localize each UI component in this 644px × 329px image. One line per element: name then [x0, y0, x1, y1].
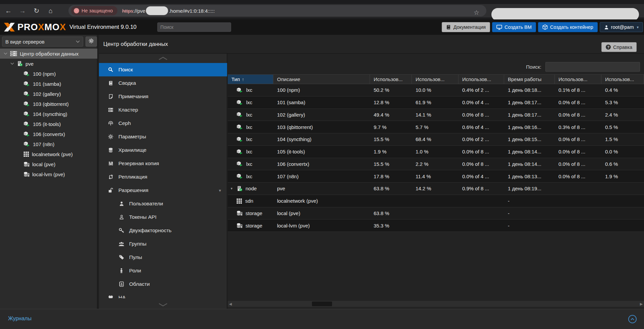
nav-item--[interactable]: Кластер — [99, 103, 227, 117]
nav-item--[interactable]: Группы — [99, 237, 227, 251]
forward-arrow-icon[interactable]: → — [17, 7, 28, 15]
nav-item--[interactable]: Пулы — [99, 251, 227, 264]
table-row-105-it-tools-[interactable]: lxc105 (it-tools)1.9 %1.0 %0.0% of 8 ...… — [228, 146, 644, 158]
nav-item--[interactable]: Области — [99, 277, 227, 291]
tree-item-local-pve-[interactable]: local (pve) — [0, 159, 97, 169]
tree-item-local-lvm-pve-[interactable]: local-lvm (pve) — [0, 169, 97, 179]
tree-item-pve[interactable]: pve — [0, 59, 97, 69]
scrollbar-thumb[interactable] — [312, 302, 332, 306]
nav-item--[interactable]: Репликация — [99, 170, 227, 184]
table-row-106-convertx-[interactable]: lxc106 (convertx)15.5 %2.2 %0.0% of 8 ..… — [228, 158, 644, 171]
row-expander-icon[interactable]: ▼ — [230, 187, 233, 190]
tree-item-label: 106 (convertx) — [33, 131, 65, 137]
table-row-101-samba-[interactable]: lxc101 (samba)12.8 %61.9 %0.0% of 4 ...1… — [228, 96, 644, 109]
nav-item-ha[interactable]: HA — [99, 291, 227, 298]
column-header-5[interactable]: Использов... — [459, 75, 504, 84]
tree-item-105-it-tools-[interactable]: 105 (it-tools) — [0, 119, 97, 129]
table-row-102-gallery-[interactable]: lxc102 (gallery)49.4 %14.1 %0.0% of 8 ..… — [228, 109, 644, 121]
tree-item-106-convertx-[interactable]: 106 (convertx) — [0, 129, 97, 139]
nav-item--[interactable]: Пользователи — [99, 197, 227, 210]
scroll-left-icon[interactable]: ◀ — [228, 302, 233, 306]
tree-item-101-samba-[interactable]: 101 (samba) — [0, 79, 97, 89]
column-header-4[interactable]: Использов... — [412, 75, 459, 84]
column-header-label: Использов... — [462, 76, 491, 82]
header-button-1[interactable]: Документация — [442, 22, 490, 32]
nav-item--[interactable]: Резервная копия — [99, 157, 227, 170]
table-row-107-n8n-[interactable]: lxc107 (n8n)17.8 %11.4 %0.0% of 4 ...1 д… — [228, 170, 644, 183]
proxmox-x-logo-icon — [3, 22, 15, 32]
nav-item--[interactable]: Сводка — [99, 76, 227, 90]
tree-item--[interactable]: Центр обработки данных — [0, 49, 97, 59]
table-row-pve[interactable]: ▼nodepve63.8 %14.2 %0.9% of 8 ...1 день … — [228, 183, 644, 195]
header-button-3[interactable]: Создать контейнер — [538, 22, 598, 32]
type-label: lxc — [246, 124, 252, 130]
table-row-localnetwork-pve-[interactable]: sdnlocalnetwork (pve)- — [228, 195, 644, 207]
column-header-6[interactable]: Время работы — [504, 75, 555, 84]
back-arrow-icon[interactable]: ← — [3, 7, 14, 15]
column-header-1[interactable]: Тип↑ — [228, 75, 273, 84]
table-row-103-qbittorrent-[interactable]: lxc103 (qbittorrent)9.7 %5.7 %0.6% of 4 … — [228, 121, 644, 133]
nav-item--[interactable]: Роли — [99, 264, 227, 277]
nav-item--[interactable]: Примечания — [99, 90, 227, 103]
nav-item--[interactable]: Параметры — [99, 130, 227, 143]
tree-expander-icon[interactable] — [3, 52, 7, 55]
logs-link[interactable]: Журналы — [8, 316, 32, 322]
nav-scroll-down[interactable] — [99, 303, 227, 307]
chevron-down-icon[interactable]: ▾ — [219, 188, 221, 193]
home-icon[interactable]: ⌂ — [45, 7, 56, 15]
search-icon — [107, 67, 114, 72]
tree-item-label: 104 (syncthing) — [33, 111, 67, 117]
nav-item--[interactable]: Хранилище — [99, 143, 227, 157]
nav-item--[interactable]: Поиск — [99, 63, 227, 76]
column-header-2[interactable]: Описание — [273, 75, 370, 84]
column-header-label: Использов... — [605, 76, 634, 82]
global-search-input[interactable] — [157, 22, 231, 32]
lxc-icon — [236, 124, 243, 130]
reload-icon[interactable]: ↻ — [31, 7, 42, 15]
scroll-right-icon[interactable]: ▶ — [639, 302, 644, 306]
users-icon — [118, 241, 125, 247]
tree-item-107-n8n-[interactable]: 107 (n8n) — [0, 139, 97, 149]
cell-7: 2.4 % — [601, 109, 644, 121]
header-button-2[interactable]: Создать ВМ — [492, 22, 536, 32]
tree-settings-button[interactable] — [86, 37, 97, 47]
nav-item-ceph[interactable]: Ceph — [99, 117, 227, 130]
cell-1: 105 (it-tools) — [273, 146, 370, 158]
cell-3: 68.4 % — [412, 133, 459, 145]
tree-item-102-gallery-[interactable]: 102 (gallery) — [0, 89, 97, 99]
bookmark-star-icon[interactable]: ☆ — [474, 9, 479, 16]
help-button[interactable]: ? Справка — [601, 42, 637, 52]
table-row-local-pve-[interactable]: storagelocal (pve)63.8 %- — [228, 207, 644, 220]
nav-item--[interactable]: Двухфакторность — [99, 224, 227, 237]
storage-tree-icon — [23, 172, 30, 177]
tree-item-103-qbittorrent-[interactable]: 103 (qbittorrent) — [0, 99, 97, 109]
cell-value: 5.7 % — [416, 124, 428, 130]
security-badge[interactable]: ✕ Не защищено — [71, 6, 117, 15]
nav-item--api[interactable]: Токены API — [99, 210, 227, 224]
view-mode-select[interactable]: В виде серверов — [2, 37, 83, 47]
column-header-7[interactable]: Использов... — [555, 75, 601, 84]
table-row-100-npm-[interactable]: lxc100 (npm)50.2 %10.0 %0.4% of 2 ...1 д… — [228, 84, 644, 96]
cell-2: 12.8 % — [370, 96, 412, 109]
tree-expander-icon[interactable] — [10, 62, 14, 65]
header-button-4[interactable]: root@pam▾ — [600, 22, 643, 32]
cell-2: 63.8 % — [370, 207, 412, 219]
lxc-icon — [236, 149, 243, 154]
tree-item-100-npm-[interactable]: 100 (npm) — [0, 69, 97, 79]
column-header-3[interactable]: Использов... — [370, 75, 412, 84]
nav-scroll-up[interactable] — [99, 56, 227, 61]
column-header-8[interactable]: Использов... — [601, 75, 644, 84]
horizontal-scrollbar[interactable]: ◀ ▶ — [228, 301, 644, 307]
tree-item-localnetwork-pve-[interactable]: localnetwork (pve) — [0, 149, 97, 159]
cell-6: 0.1% of 8 ... — [555, 84, 601, 96]
tree-item-104-syncthing-[interactable]: 104 (syncthing) — [0, 109, 97, 119]
collapse-panel-button[interactable] — [628, 315, 637, 323]
address-bar[interactable]: ✕ Не защищено https://pve.home/#v1:0:18:… — [68, 5, 486, 16]
nav-item-label: Пулы — [129, 254, 142, 260]
table-row-local-lvm-pve-[interactable]: storagelocal-lvm (pve)35.3 %- — [228, 219, 644, 232]
storage-icon — [107, 147, 114, 153]
browser-toolbar: ← → ↻ ⌂ ✕ Не защищено https://pve.home/#… — [0, 4, 644, 17]
table-row-104-syncthing-[interactable]: lxc104 (syncthing)15.5 %68.4 %0.0% of 2 … — [228, 133, 644, 146]
grid-filter-input[interactable] — [545, 62, 640, 72]
nav-item--[interactable]: Разрешения▾ — [99, 184, 227, 197]
